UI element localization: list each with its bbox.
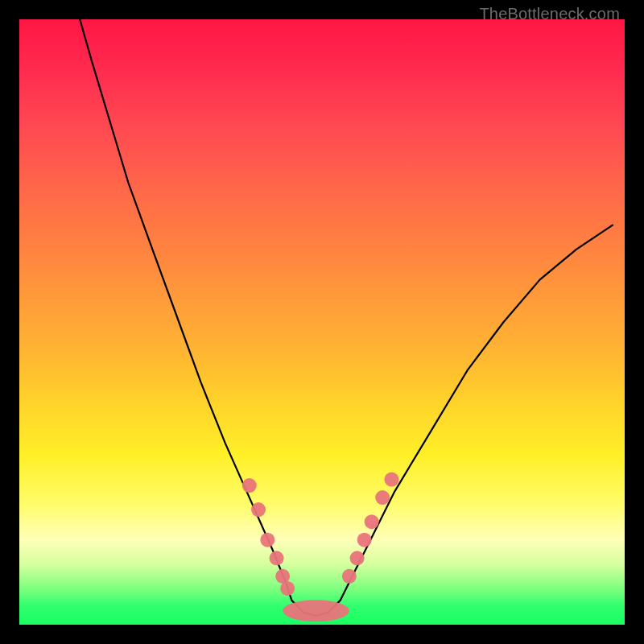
curve-svg bbox=[19, 19, 625, 625]
left-arm-bead-3 bbox=[270, 551, 284, 565]
valley-blob bbox=[283, 600, 349, 621]
watermark-text: TheBottleneck.com bbox=[479, 5, 620, 23]
right-arm-bead-1 bbox=[350, 551, 365, 565]
left-arm-beads-group bbox=[242, 478, 295, 596]
left-arm-bead-1 bbox=[251, 502, 266, 517]
left-arm-bead-5 bbox=[280, 581, 295, 596]
bottleneck-curve bbox=[80, 19, 613, 616]
left-arm-bead-2 bbox=[260, 533, 275, 547]
right-arm-bead-2 bbox=[357, 533, 372, 547]
right-arm-bead-4 bbox=[375, 490, 390, 505]
right-arm-bead-5 bbox=[384, 473, 398, 487]
right-arm-beads-group bbox=[342, 473, 399, 584]
right-arm-bead-3 bbox=[365, 514, 379, 529]
left-arm-bead-0 bbox=[242, 478, 257, 493]
right-arm-bead-0 bbox=[342, 569, 357, 584]
plot-area bbox=[19, 19, 625, 625]
chart-frame: TheBottleneck.com bbox=[0, 0, 644, 644]
